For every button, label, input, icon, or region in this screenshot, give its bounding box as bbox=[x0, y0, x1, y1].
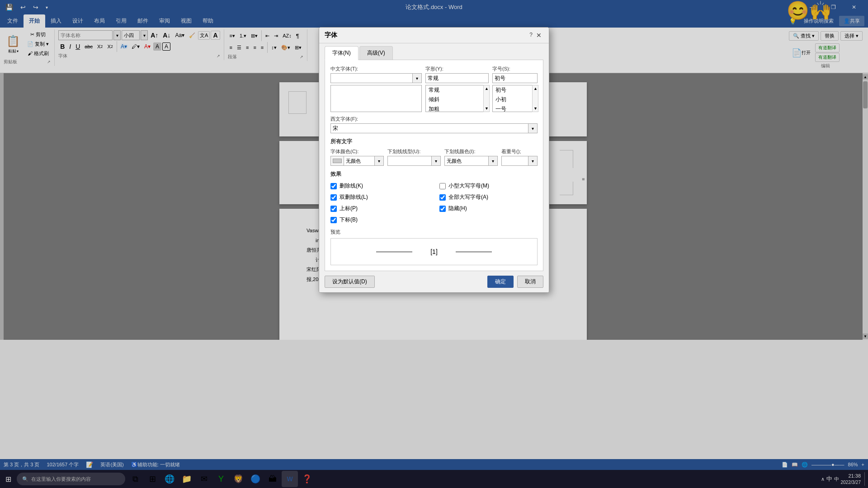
superscript-label: 上标(P) bbox=[340, 205, 358, 212]
hidden-checkbox[interactable] bbox=[439, 206, 446, 212]
emphasis-input-row: ▾ bbox=[501, 156, 538, 166]
emphasis-display bbox=[501, 156, 528, 166]
superscript-effect: 上标(P) bbox=[330, 205, 429, 212]
double-strikethrough-effect: 双删除线(L) bbox=[330, 193, 429, 201]
size-item-yihao[interactable]: 一号 bbox=[493, 104, 537, 112]
effects-label: 效果 bbox=[330, 170, 538, 178]
color-preview bbox=[333, 159, 342, 163]
font-row-1: 中文字体(T): ▾ 字形(Y): 字号(S): bbox=[330, 66, 538, 83]
small-caps-label: 小型大写字母(M) bbox=[448, 182, 489, 190]
dialog-tab-font[interactable]: 字体(N) bbox=[325, 46, 359, 60]
preview-line-left bbox=[376, 252, 412, 252]
small-caps-effect: 小型大写字母(M) bbox=[439, 182, 538, 190]
dialog-close-btn[interactable]: ✕ bbox=[534, 32, 543, 39]
underline-style-label: 下划线线型(U): bbox=[387, 148, 441, 155]
all-caps-effect: 全部大写字母(A) bbox=[439, 193, 538, 201]
dialog-title-buttons: ? ✕ bbox=[529, 32, 543, 39]
style-input[interactable] bbox=[425, 73, 489, 83]
dialog-overlay: 字体 ? ✕ 字体(N) 高级(V) 中文字体(T): ▾ bbox=[0, 0, 868, 488]
color-value-display: 无颜色 bbox=[344, 156, 375, 166]
dialog-title-bar: 字体 ? ✕ bbox=[319, 28, 549, 43]
effects-grid: 删除线(K) 小型大写字母(M) 双删除线(L) 全部大写字母(A) 上标(P) bbox=[330, 181, 538, 225]
size-item-chuhao[interactable]: 初号 bbox=[493, 85, 537, 95]
dialog-footer: 设为默认值(D) 确定 取消 bbox=[319, 271, 549, 292]
strikethrough-checkbox[interactable] bbox=[330, 183, 337, 189]
chinese-font-list-col bbox=[330, 85, 422, 112]
style-input-row bbox=[425, 73, 489, 83]
chinese-font-dropdown-btn[interactable]: ▾ bbox=[413, 73, 422, 83]
font-color-input-row: 无颜色 ▾ bbox=[330, 156, 384, 166]
dialog-tabs: 字体(N) 高级(V) bbox=[319, 43, 549, 60]
subscript-effect-checkbox[interactable] bbox=[330, 217, 337, 223]
preview-content: [1] bbox=[376, 248, 492, 255]
size-input-row bbox=[492, 73, 538, 83]
cancel-btn[interactable]: 取消 bbox=[517, 276, 543, 288]
font-dialog: 字体 ? ✕ 字体(N) 高级(V) 中文字体(T): ▾ bbox=[319, 27, 549, 293]
western-font-dropdown-btn[interactable]: ▾ bbox=[528, 123, 538, 133]
font-color-label: 字体颜色(C): bbox=[330, 148, 384, 155]
color-swatch bbox=[330, 156, 344, 166]
western-font-input[interactable] bbox=[330, 123, 528, 133]
underline-style-dropdown-btn[interactable]: ▾ bbox=[432, 156, 441, 166]
emphasis-dropdown-btn[interactable]: ▾ bbox=[528, 156, 538, 166]
underline-color-input-row: 无颜色 ▾ bbox=[444, 156, 498, 166]
color-row: 字体颜色(C): 无颜色 ▾ 下划线线型(U): ▾ bbox=[330, 148, 538, 166]
emphasis-col: 着重号(); ▾ bbox=[501, 148, 538, 166]
strikethrough-label: 删除线(K) bbox=[340, 182, 363, 190]
western-font-col: 西文字体(F): | ▾ bbox=[330, 116, 538, 133]
style-label: 字形(Y): bbox=[425, 66, 489, 72]
set-default-btn[interactable]: 设为默认值(D) bbox=[325, 276, 375, 288]
western-font-row: 西文字体(F): | ▾ bbox=[330, 116, 538, 133]
dialog-title-text: 字体 bbox=[325, 31, 337, 39]
ok-btn[interactable]: 确定 bbox=[487, 276, 514, 288]
preview-box: [1] bbox=[330, 238, 538, 265]
preview-line-right bbox=[456, 252, 492, 252]
chinese-font-label: 中文字体(T): bbox=[330, 66, 422, 72]
subscript-effect: 下标(B) bbox=[330, 216, 429, 224]
underline-style-input-row: ▾ bbox=[387, 156, 441, 166]
double-strikethrough-checkbox[interactable] bbox=[330, 194, 337, 201]
subscript-effect-label: 下标(B) bbox=[340, 216, 358, 224]
dialog-help-btn[interactable]: ? bbox=[529, 32, 533, 39]
size-scroll-down[interactable]: ▼ bbox=[533, 105, 538, 112]
size-listbox[interactable]: 初号 小初 一号 bbox=[492, 85, 538, 112]
style-item-regular[interactable]: 常规 bbox=[426, 85, 488, 95]
hidden-label: 隐藏(H) bbox=[448, 205, 467, 212]
western-font-label: 西文字体(F): bbox=[330, 116, 538, 122]
font-color-dropdown-btn[interactable]: ▾ bbox=[375, 156, 384, 166]
style-scroll-down[interactable]: ▼ bbox=[484, 105, 489, 112]
size-scroll-up[interactable]: ▲ bbox=[533, 85, 538, 92]
preview-label: 预览 bbox=[330, 229, 538, 235]
dialog-tab-advanced[interactable]: 高级(V) bbox=[359, 46, 393, 60]
underline-style-col: 下划线线型(U): ▾ bbox=[387, 148, 441, 166]
style-scroll-up[interactable]: ▲ bbox=[484, 85, 489, 92]
emphasis-label: 着重号(); bbox=[501, 148, 538, 155]
chinese-font-input[interactable] bbox=[330, 73, 413, 83]
hidden-effect: 隐藏(H) bbox=[439, 205, 538, 212]
all-caps-checkbox[interactable] bbox=[439, 194, 446, 201]
dialog-body: 中文字体(T): ▾ 字形(Y): 字号(S): bbox=[325, 60, 543, 271]
small-caps-checkbox[interactable] bbox=[439, 183, 446, 189]
size-label: 字号(S): bbox=[492, 66, 538, 72]
size-list-col: 初号 小初 一号 ▲ ▼ bbox=[492, 85, 538, 112]
superscript-checkbox[interactable] bbox=[330, 206, 337, 212]
style-col: 字形(Y): bbox=[425, 66, 489, 83]
chinese-font-input-row: ▾ bbox=[330, 73, 422, 83]
dialog-footer-right: 确定 取消 bbox=[487, 276, 543, 288]
all-caps-label: 全部大写字母(A) bbox=[448, 193, 488, 201]
underline-color-col: 下划线颜色(I): 无颜色 ▾ bbox=[444, 148, 498, 166]
style-item-bold[interactable]: 加粗 bbox=[426, 104, 488, 112]
all-text-label: 所有文字 bbox=[330, 138, 538, 145]
size-col: 字号(S): bbox=[492, 66, 538, 83]
style-item-italic[interactable]: 倾斜 bbox=[426, 95, 488, 104]
double-strikethrough-label: 双删除线(L) bbox=[340, 193, 368, 201]
underline-color-dropdown-btn[interactable]: ▾ bbox=[489, 156, 498, 166]
chinese-font-listbox[interactable] bbox=[330, 85, 422, 112]
size-item-xiaochuhao[interactable]: 小初 bbox=[493, 95, 537, 104]
font-list-row: 常规 倾斜 加粗 ▲ ▼ 初号 小初 一号 bbox=[330, 85, 538, 112]
underline-color-label: 下划线颜色(I): bbox=[444, 148, 498, 155]
style-list-col: 常规 倾斜 加粗 ▲ ▼ bbox=[425, 85, 489, 112]
style-listbox[interactable]: 常规 倾斜 加粗 bbox=[425, 85, 489, 112]
font-color-col: 字体颜色(C): 无颜色 ▾ bbox=[330, 148, 384, 166]
size-input[interactable] bbox=[492, 73, 538, 83]
